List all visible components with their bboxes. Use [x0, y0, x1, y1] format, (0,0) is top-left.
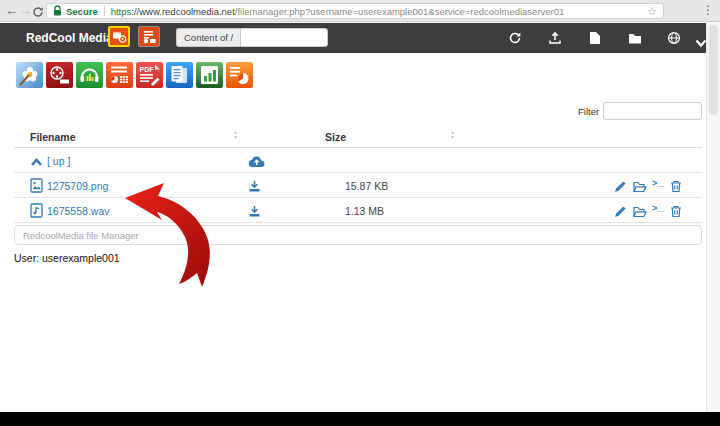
sort-icon-filename[interactable]: ▴▾	[234, 130, 237, 140]
column-header-size[interactable]: Size	[325, 131, 346, 143]
url-separator	[104, 6, 105, 16]
scrollbar[interactable]	[706, 22, 720, 412]
table-row-up: [ up ]	[14, 148, 702, 173]
file-link[interactable]: 1275709.png	[47, 180, 108, 192]
up-link[interactable]: [ up ]	[47, 155, 70, 167]
terminal-icon[interactable]: >_	[652, 203, 664, 213]
chevron-up-icon[interactable]	[30, 153, 43, 171]
open-folder-icon[interactable]	[633, 179, 647, 197]
bookmark-star-icon[interactable]: ☆	[647, 5, 657, 18]
back-icon[interactable]: ←	[5, 2, 18, 20]
app-icon-presentation[interactable]	[226, 62, 253, 88]
trash-icon[interactable]	[670, 204, 682, 222]
sort-icon-size[interactable]: ▴▾	[451, 130, 454, 140]
forward-icon[interactable]: →	[19, 2, 32, 20]
user-label: User: userexample001	[14, 252, 120, 264]
app-icon-pdf-editor[interactable]: PDF	[136, 62, 163, 88]
open-folder-icon[interactable]	[633, 204, 647, 222]
trash-icon[interactable]	[670, 179, 682, 197]
content-of-label: Content of /	[176, 28, 240, 47]
content-path-group: Content of /	[176, 28, 328, 47]
report-icon	[142, 29, 157, 44]
app-icon-office-tools[interactable]	[106, 62, 133, 88]
audio-file-icon	[30, 203, 43, 222]
projector-icon	[112, 29, 127, 44]
browser-chrome: ← → Secure https://www.redcoolmedia.net/…	[0, 0, 720, 22]
app-icon-spreadsheet[interactable]	[196, 62, 223, 88]
filter-input[interactable]	[603, 102, 702, 120]
column-header-filename[interactable]: Filename	[30, 131, 76, 143]
app-icon-audio-editor[interactable]	[76, 62, 103, 88]
app-search-input[interactable]	[14, 225, 702, 245]
scrollbar-thumb[interactable]	[709, 25, 718, 115]
edit-icon[interactable]	[614, 179, 627, 197]
table-row-file: 1275709.png 15.87 KB >_	[14, 173, 702, 198]
screen: ← → Secure https://www.redcoolmedia.net/…	[0, 0, 720, 426]
cloud-upload-icon[interactable]	[248, 154, 265, 172]
app-icon-photo-editor[interactable]	[16, 62, 43, 88]
terminal-icon[interactable]: >_	[652, 178, 664, 188]
lock-icon	[53, 2, 62, 20]
download-icon[interactable]	[248, 204, 261, 222]
address-bar[interactable]: Secure https://www.redcoolmedia.net/file…	[46, 3, 664, 19]
globe-icon[interactable]	[667, 31, 681, 49]
app-header: RedCool Media Content of /	[0, 23, 706, 53]
file-size: 15.87 KB	[345, 180, 388, 192]
upload-icon[interactable]	[548, 31, 562, 49]
edit-icon[interactable]	[614, 204, 627, 222]
app-icon-document-writer[interactable]	[166, 62, 193, 88]
path-input[interactable]	[240, 28, 328, 47]
bottom-black-bar	[0, 412, 720, 426]
image-file-icon	[30, 178, 43, 197]
download-icon[interactable]	[248, 179, 261, 197]
folder-icon[interactable]	[628, 31, 642, 49]
filter-label: Filter	[578, 106, 599, 117]
app-icon-video-editor[interactable]	[46, 62, 73, 88]
refresh-icon[interactable]	[508, 31, 522, 49]
reload-icon[interactable]	[32, 4, 44, 22]
file-size: 1.13 MB	[345, 205, 384, 217]
new-file-icon[interactable]	[589, 31, 601, 49]
file-link[interactable]: 1675558.wav	[47, 205, 109, 217]
secure-label: Secure	[66, 6, 98, 17]
media-converter-button[interactable]	[108, 26, 130, 47]
browser-menu-icon[interactable]: ⋮	[702, 3, 714, 17]
report-tools-button[interactable]	[138, 26, 160, 47]
table-row-file: 1675558.wav 1.13 MB >_	[14, 198, 702, 223]
svg-text:PDF: PDF	[140, 66, 155, 73]
brand-title: RedCool Media	[26, 23, 113, 53]
url-text: https://www.redcoolmedia.net/filemanager…	[111, 6, 639, 17]
